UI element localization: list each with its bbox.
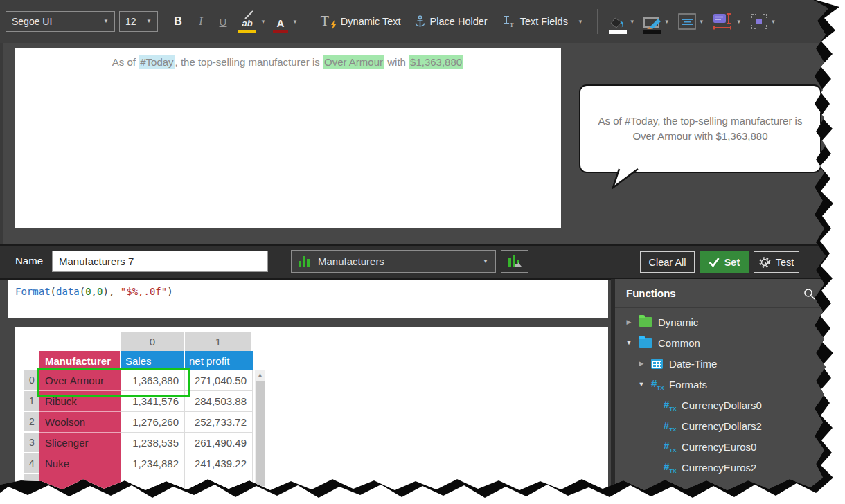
anchor-icon (415, 15, 425, 28)
formula-editor[interactable]: Format(data(0,0), "$%,.0f") (8, 280, 608, 318)
chevron-down-icon[interactable]: ▼ (736, 19, 742, 25)
callout-tail (611, 168, 639, 189)
chevron-down-icon: ▼ (103, 19, 109, 24)
font-family-select[interactable]: Segoe UI ▼ (6, 11, 115, 32)
manufacturer-column-header[interactable]: Manufacturer (39, 351, 121, 370)
tree-item-formats[interactable]: ▼ #TX Formats (615, 374, 845, 395)
place-holder-label: Place Holder (430, 16, 488, 27)
number-format-icon: #TX (664, 440, 677, 453)
functions-panel-title: Functions (626, 287, 676, 299)
highlight-ab-glyph: ab (242, 19, 252, 28)
tree-item-common[interactable]: ▼ Common (615, 332, 845, 353)
text-fields-icon: T (501, 15, 515, 28)
row-index-cell[interactable]: 4 (24, 453, 39, 474)
sales-cell[interactable]: 1,238,535 (121, 433, 185, 453)
calendar-icon (651, 359, 663, 369)
clear-all-button[interactable]: Clear All (640, 251, 695, 273)
column-index-header[interactable]: 1 (185, 332, 253, 351)
table-row: 2 Woolson 1,276,260 252,733.72 (15, 412, 608, 433)
chevron-down-icon[interactable]: ▼ (699, 19, 704, 25)
formula-token: ( (80, 286, 85, 297)
font-color-a-glyph: A (277, 19, 285, 28)
net-profit-cell[interactable]: 252,733.72 (185, 412, 253, 433)
screenshot-root: Segoe UI ▼ 12 ▼ B I U ab ▼ A ▼ (0, 0, 845, 504)
tree-item-currency-dollars0[interactable]: #TX CurrencyDollars0 (615, 395, 845, 415)
font-size-value: 12 (125, 16, 136, 27)
row-index-cell[interactable]: 2 (24, 412, 39, 433)
net-profit-cell[interactable]: 271,040.50 (185, 370, 253, 391)
set-button[interactable]: Set (700, 251, 749, 273)
chevron-down-icon[interactable]: ▼ (578, 19, 583, 25)
design-canvas[interactable]: As of #Today, the top-selling manufactur… (15, 48, 561, 228)
insert-metric-set-button[interactable] (501, 250, 528, 273)
net-profit-cell[interactable]: 241,439.22 (185, 453, 253, 474)
scrollbar-thumb[interactable] (256, 381, 265, 486)
border-brush-icon (643, 17, 661, 29)
net-profit-cell[interactable]: 261,490.49 (185, 433, 253, 453)
table-scrollbar[interactable]: ▲ (255, 370, 265, 488)
text-fields-button[interactable]: T Text Fields (501, 15, 568, 28)
metric-set-select[interactable]: Manufacturers ▼ (291, 250, 496, 273)
sales-cell[interactable]: 1,234,882 (121, 453, 185, 474)
number-format-icon: #TX (664, 461, 677, 474)
table-header-row: Manufacturer Sales net profit (15, 351, 608, 370)
manufacturer-token[interactable]: Over Armour (323, 55, 384, 69)
sales-cell[interactable]: 1,276,260 (121, 412, 185, 433)
row-index-cell[interactable]: 3 (24, 433, 39, 453)
align-center-icon (678, 13, 696, 30)
chevron-down-icon[interactable]: ▼ (292, 19, 298, 25)
name-label: Name (15, 255, 43, 267)
expander-collapsed-icon[interactable]: ▶ (637, 360, 646, 367)
dynamic-text-label: Dynamic Text (341, 16, 401, 27)
search-icon[interactable] (803, 288, 815, 300)
net-profit-cell[interactable]: 284,503.88 (185, 391, 253, 412)
sales-column-header[interactable]: Sales (121, 351, 185, 370)
italic-button[interactable]: I (193, 9, 209, 34)
tree-item-date-time[interactable]: ▶ Date-Time (615, 353, 845, 374)
chevron-down-icon[interactable]: ▼ (630, 19, 635, 25)
dynamic-text-button[interactable]: T Dynamic Text (321, 13, 401, 30)
chevron-down-icon[interactable]: ▼ (664, 19, 670, 25)
bold-button[interactable]: B (169, 9, 187, 34)
text-align-button[interactable] (678, 9, 696, 34)
chevron-down-icon[interactable]: ▼ (771, 19, 776, 25)
scroll-up-arrow-icon[interactable]: ▲ (255, 372, 265, 378)
expander-expanded-icon[interactable]: ▼ (625, 339, 633, 346)
manufacturer-cell[interactable]: Slicenger (39, 433, 121, 453)
tree-item-label: Dynamic (658, 316, 698, 328)
text-format-toolbar: Segoe UI ▼ 12 ▼ B I U ab ▼ A ▼ (0, 0, 845, 43)
tree-item-dynamic[interactable]: ▶ Dynamic (615, 312, 845, 332)
chevron-down-icon: ▼ (146, 19, 152, 24)
highlight-color-button[interactable]: ab (238, 10, 256, 33)
test-button[interactable]: Test (754, 251, 799, 273)
border-style-button[interactable] (643, 9, 661, 34)
font-size-select[interactable]: 12 ▼ (119, 11, 158, 32)
tree-item-currency-dollars2[interactable]: #TX CurrencyDollars2 (615, 415, 845, 436)
today-token[interactable]: #Today (139, 55, 175, 69)
formula-token: ) (167, 286, 172, 297)
toolbar-separator (312, 9, 312, 34)
chevron-down-icon[interactable]: ▼ (260, 19, 266, 25)
manufacturer-cell[interactable]: Nuke (39, 453, 121, 474)
expander-expanded-icon[interactable]: ▼ (637, 381, 646, 388)
column-index-header[interactable]: 0 (121, 332, 185, 351)
font-color-button[interactable]: A (273, 10, 288, 33)
callout-cursor-icon (713, 12, 733, 30)
dynamic-text-element[interactable]: As of #Today, the top-selling manufactur… (15, 48, 561, 68)
callout-style-button[interactable] (713, 9, 733, 34)
chevron-down-icon: ▼ (483, 259, 488, 264)
value-token[interactable]: $1,363,880 (409, 55, 463, 69)
formula-name-bar: Name Manufacturers ▼ Clear All (0, 246, 845, 278)
tree-item-currency-euros2[interactable]: #TX CurrencyEuros2 (615, 457, 845, 478)
callout-bubble[interactable]: As of #Today, the top-selling manufactur… (579, 84, 821, 173)
fill-color-button[interactable] (609, 9, 627, 34)
expander-collapsed-icon[interactable]: ▶ (625, 318, 633, 325)
name-input[interactable] (52, 251, 268, 272)
font-family-value: Segoe UI (12, 16, 52, 27)
tree-item-currency-euros0[interactable]: #TX CurrencyEuros0 (615, 436, 845, 457)
manufacturer-cell[interactable]: Woolson (39, 412, 121, 433)
underline-button[interactable]: U (215, 9, 231, 34)
place-holder-button[interactable]: Place Holder (415, 15, 488, 28)
net-profit-column-header[interactable]: net profit (185, 351, 253, 370)
position-anchor-button[interactable] (750, 9, 768, 34)
